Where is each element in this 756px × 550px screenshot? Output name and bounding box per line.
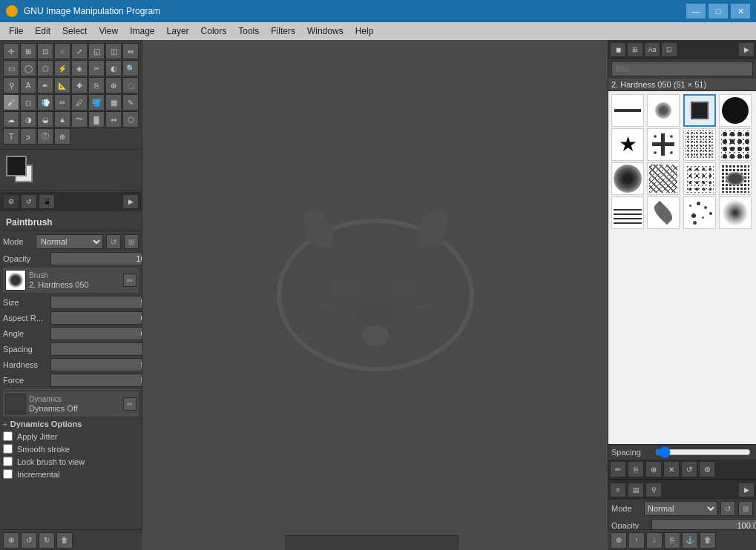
menu-filters[interactable]: Filters: [265, 22, 301, 40]
tool-color-picker[interactable]: ✒: [37, 77, 53, 93]
tool-options-expand[interactable]: ▶: [122, 194, 139, 209]
tool-warp[interactable]: ↭: [105, 111, 122, 127]
brush-thumb-scatter-sm[interactable]: [683, 128, 716, 161]
tool-bucket-fill[interactable]: 🪣: [88, 94, 105, 110]
tool-curves[interactable]: 〜: [71, 111, 88, 127]
tool-text[interactable]: A: [20, 77, 36, 93]
brush-copy-btn[interactable]: ⎘: [628, 461, 644, 477]
brush-thumb-scatter3[interactable]: [683, 196, 716, 229]
mode-reset-btn[interactable]: ↺: [106, 234, 121, 249]
layer-mode-select[interactable]: Normal Multiply: [644, 501, 717, 516]
brush-thumb-plus[interactable]: [647, 128, 680, 161]
new-bottom-btn[interactable]: ⊕: [3, 532, 19, 549]
brush-thumb-soft-small[interactable]: [647, 94, 680, 127]
brush-thumb-circle-lg-soft[interactable]: [611, 162, 644, 195]
brush-thumb-h-lines[interactable]: [611, 196, 644, 229]
opacity-input[interactable]: [50, 252, 142, 265]
brush-edit-button[interactable]: ✏: [123, 274, 137, 287]
dynamics-edit-button[interactable]: ✏: [123, 397, 137, 411]
layer-lower-btn[interactable]: ↓: [646, 532, 663, 549]
tool-move[interactable]: ✛: [3, 43, 19, 59]
layer-add-btn[interactable]: ⊕: [611, 532, 627, 549]
lock-brush-checkbox[interactable]: [3, 457, 13, 466]
dynamics-options-expand-icon[interactable]: +: [3, 420, 7, 428]
panel-brushes-tab[interactable]: ◼: [610, 42, 626, 57]
tool-ellipse-select[interactable]: ◯: [20, 60, 36, 76]
minimize-button[interactable]: —: [686, 4, 706, 19]
size-input[interactable]: [50, 296, 142, 309]
panel-patterns-tab[interactable]: ⊞: [627, 42, 643, 57]
menu-colors[interactable]: Colors: [195, 22, 233, 40]
tool-paths[interactable]: ⚲: [3, 77, 19, 93]
menu-tools[interactable]: Tools: [232, 22, 265, 40]
layer-anchor-btn[interactable]: ⚓: [682, 532, 698, 549]
tool-options-tab-device[interactable]: 📱: [39, 194, 55, 209]
delete-bottom-btn[interactable]: 🗑: [56, 532, 73, 549]
brush-thumb-square-sel[interactable]: [683, 94, 716, 127]
brush-delete-btn[interactable]: ✕: [663, 461, 680, 477]
brush-thumb-texture1[interactable]: [647, 162, 680, 195]
tool-perspective-clone[interactable]: ⊕: [105, 77, 122, 93]
tool-healing[interactable]: ✚: [71, 77, 88, 93]
tool-threshold[interactable]: ▓: [88, 111, 105, 127]
tool-smudge[interactable]: ☁: [3, 111, 19, 127]
tool-hue-sat[interactable]: ◒: [37, 111, 53, 127]
brush-config-btn[interactable]: ⚙: [699, 461, 715, 477]
layers-menu-btn[interactable]: ▶: [738, 483, 755, 497]
layer-delete-btn[interactable]: 🗑: [700, 532, 716, 549]
mode-select[interactable]: Normal Multiply Screen Overlay: [36, 234, 103, 249]
tool-cage[interactable]: ⬡: [122, 111, 139, 127]
tool-rotate[interactable]: ○: [54, 43, 70, 59]
tool-blur[interactable]: ◌: [122, 77, 139, 93]
tool-zoom2[interactable]: ⊕: [54, 128, 70, 145]
mode-extra-btn[interactable]: ⊞: [124, 234, 139, 249]
tool-perspective[interactable]: ◫: [105, 43, 122, 59]
tool-text2[interactable]: T: [3, 128, 19, 145]
brush-thumb-scatter-lg[interactable]: [719, 128, 752, 161]
undo-bottom-btn[interactable]: ↺: [21, 532, 37, 549]
apply-jitter-checkbox[interactable]: [3, 431, 13, 441]
filter-input[interactable]: [611, 62, 753, 76]
menu-windows[interactable]: Windows: [301, 22, 349, 40]
brush-new-btn[interactable]: ⊕: [645, 461, 662, 477]
brush-preview[interactable]: [5, 270, 26, 291]
menu-image[interactable]: Image: [124, 22, 160, 40]
menu-layer[interactable]: Layer: [161, 22, 195, 40]
menu-select[interactable]: Select: [56, 22, 93, 40]
layer-mode-reset[interactable]: ↺: [720, 501, 735, 516]
tool-measure2[interactable]: ↄ: [20, 128, 36, 145]
tool-flip[interactable]: ⇔: [122, 43, 139, 59]
tool-measure[interactable]: 📐: [54, 77, 70, 93]
tool-text3[interactable]: Ⓣ: [37, 128, 53, 145]
tool-eraser[interactable]: ◻: [20, 94, 36, 110]
incremental-checkbox[interactable]: [3, 469, 13, 479]
tool-airbrush[interactable]: 💨: [37, 94, 53, 110]
tool-paintbrush[interactable]: 🖌: [3, 94, 19, 110]
tool-by-color[interactable]: ◈: [71, 60, 88, 76]
brush-thumb-star[interactable]: ★: [611, 128, 644, 161]
foreground-color[interactable]: [6, 156, 27, 176]
brush-thumb-line[interactable]: [611, 94, 644, 127]
menu-help[interactable]: Help: [349, 22, 380, 40]
brush-thumb-leaf[interactable]: [647, 196, 680, 229]
brush-thumb-texture3[interactable]: [719, 162, 752, 195]
brush-thumb-circle-hard[interactable]: [719, 94, 752, 127]
paths-tab[interactable]: ⚲: [645, 483, 662, 497]
layers-tab[interactable]: ≡: [610, 483, 626, 497]
hardness-input[interactable]: [50, 358, 142, 371]
brush-thumb-texture2[interactable]: [683, 162, 716, 195]
tool-scissors[interactable]: ✂: [88, 60, 105, 76]
layer-raise-btn[interactable]: ↑: [628, 532, 645, 549]
maximize-button[interactable]: □: [709, 4, 728, 19]
tool-crop[interactable]: ⊡: [37, 43, 53, 59]
angle-input[interactable]: [50, 327, 142, 340]
channels-tab[interactable]: ▤: [628, 483, 644, 497]
panel-gradients-tab[interactable]: Aa: [644, 42, 660, 57]
menu-view[interactable]: View: [93, 22, 124, 40]
tool-scale[interactable]: ⤢: [71, 43, 88, 59]
tool-align[interactable]: ⊞: [20, 43, 36, 59]
tool-zoom[interactable]: 🔍: [122, 60, 139, 76]
force-input[interactable]: [50, 374, 142, 387]
close-button[interactable]: ✕: [731, 4, 750, 19]
tool-options-tab-history[interactable]: ↺: [21, 194, 37, 209]
